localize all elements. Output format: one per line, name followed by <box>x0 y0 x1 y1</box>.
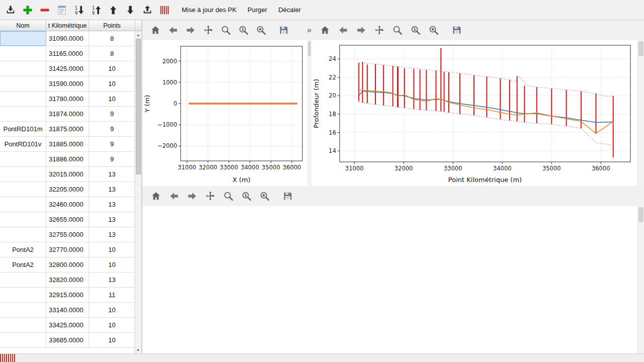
form-icon[interactable] <box>54 3 69 18</box>
cell-points[interactable]: 9 <box>89 122 135 136</box>
scroll-up-icon[interactable]: ▲ <box>135 31 142 38</box>
cell-nom[interactable] <box>0 288 46 302</box>
cell-point-kilometrique[interactable]: 33685.0000 <box>46 333 89 347</box>
forward-icon[interactable] <box>185 24 197 37</box>
cell-points[interactable]: 10 <box>89 61 135 76</box>
cell-points[interactable]: 9 <box>89 137 135 151</box>
cell-points[interactable]: 8 <box>89 31 135 46</box>
pan-icon[interactable] <box>373 24 386 37</box>
cell-point-kilometrique[interactable]: 32915.0000 <box>46 288 89 302</box>
table-row[interactable]: 32755.000013 <box>0 227 141 242</box>
pan-icon[interactable] <box>204 190 217 203</box>
cell-points[interactable]: 9 <box>89 107 135 121</box>
zoom-1-icon[interactable] <box>237 24 250 37</box>
cell-point-kilometrique[interactable]: 33140.0000 <box>46 303 89 317</box>
table-row[interactable]: 31425.000010 <box>0 61 141 76</box>
zoom-rect-icon[interactable] <box>255 24 267 37</box>
zoom-icon[interactable] <box>222 190 235 203</box>
cell-point-kilometrique[interactable]: 33425.0000 <box>46 318 89 332</box>
cell-points[interactable]: 9 <box>89 152 135 166</box>
table-row[interactable]: 31780.000010 <box>0 92 141 107</box>
cell-points[interactable]: 13 <box>89 227 135 242</box>
zoom-icon[interactable] <box>391 24 404 37</box>
cell-point-kilometrique[interactable]: 32655.0000 <box>46 212 89 227</box>
table-row[interactable]: 32915.000011 <box>0 288 141 303</box>
cell-nom[interactable] <box>0 107 46 121</box>
table-row[interactable]: 31590.000010 <box>0 76 141 92</box>
plan-view-chart[interactable]: 310003200033000340003500036000−2000−1000… <box>142 40 307 186</box>
cell-points[interactable]: 10 <box>89 257 135 272</box>
plot1-scrollbar-thumb[interactable] <box>308 41 311 56</box>
cell-nom[interactable] <box>0 227 46 242</box>
table-row[interactable]: 32460.000013 <box>0 197 141 212</box>
home-icon[interactable] <box>149 24 162 37</box>
home-icon[interactable] <box>149 190 163 203</box>
save-icon[interactable] <box>281 190 294 203</box>
cell-points[interactable]: 10 <box>89 92 135 106</box>
plot3-scrollbar-thumb[interactable] <box>638 207 643 222</box>
cell-point-kilometrique[interactable]: 31780.0000 <box>46 92 89 106</box>
cell-nom[interactable] <box>0 318 46 332</box>
add-icon[interactable] <box>20 3 35 18</box>
cell-points[interactable]: 13 <box>89 182 135 197</box>
cell-nom[interactable] <box>0 212 46 227</box>
cell-point-kilometrique[interactable]: 31090.0000 <box>46 31 89 46</box>
cell-points[interactable]: 13 <box>89 167 135 182</box>
column-header-points[interactable]: Points <box>89 20 135 31</box>
table-row[interactable]: 31874.00009 <box>0 107 141 122</box>
table-row[interactable]: 33425.000010 <box>0 318 141 333</box>
cell-nom[interactable]: PontRD101m <box>0 122 46 136</box>
table-row[interactable]: PontA232800.000010 <box>0 257 141 273</box>
cell-nom[interactable] <box>0 303 46 317</box>
cell-nom[interactable] <box>0 273 46 287</box>
move-up-icon[interactable] <box>106 3 121 18</box>
move-down-icon[interactable] <box>123 3 138 18</box>
cell-points[interactable]: 11 <box>89 288 135 302</box>
action-button-decaler[interactable]: Décaler <box>273 4 306 16</box>
cell-point-kilometrique[interactable]: 32015.0000 <box>46 167 89 182</box>
cell-nom[interactable]: PontRD101v <box>0 137 46 151</box>
export-icon[interactable] <box>140 3 155 18</box>
cell-points[interactable]: 10 <box>89 333 135 347</box>
back-icon[interactable] <box>168 190 181 203</box>
sort-desc-icon[interactable] <box>71 3 87 18</box>
zoom-1-icon[interactable] <box>240 190 253 203</box>
save-icon[interactable] <box>277 24 290 37</box>
cell-points[interactable]: 13 <box>89 273 135 287</box>
plot3-scrollbar[interactable] <box>637 206 644 353</box>
table-row[interactable]: 31090.00008 <box>0 31 141 46</box>
home-icon[interactable] <box>318 24 332 37</box>
scroll-down-icon[interactable]: ▼ <box>135 346 142 353</box>
cell-point-kilometrique[interactable]: 31875.0000 <box>46 122 89 136</box>
sort-asc-icon[interactable] <box>89 3 104 18</box>
cell-nom[interactable] <box>0 61 46 76</box>
column-header-nom[interactable]: Nom <box>0 20 46 31</box>
cell-point-kilometrique[interactable]: 32770.0000 <box>46 242 89 257</box>
cell-nom[interactable] <box>0 152 46 166</box>
cell-points[interactable]: 10 <box>89 318 135 332</box>
plot2-scrollbar-thumb[interactable] <box>638 41 643 56</box>
cell-nom[interactable] <box>0 197 46 212</box>
action-button-maj-pk[interactable]: Mise à jour des PK <box>176 4 242 16</box>
table-row[interactable]: 33685.000010 <box>0 333 141 348</box>
toolbar-overflow-chevron[interactable]: » <box>307 26 311 35</box>
cell-point-kilometrique[interactable]: 32800.0000 <box>46 257 89 272</box>
cell-nom[interactable]: PontA2 <box>0 257 46 272</box>
forward-icon[interactable] <box>355 24 368 37</box>
profile-chart[interactable]: 3100032000330003400035000360001416182022… <box>311 40 637 186</box>
import-icon[interactable] <box>3 3 18 18</box>
cell-nom[interactable] <box>0 76 46 91</box>
table-scrollbar[interactable]: ▲ ▼ <box>134 31 141 353</box>
cell-point-kilometrique[interactable]: 31886.0000 <box>46 152 89 166</box>
save-icon[interactable] <box>450 24 463 37</box>
table-row[interactable]: 32015.000013 <box>0 167 141 182</box>
cell-point-kilometrique[interactable]: 32205.0000 <box>46 182 89 197</box>
stripes-icon[interactable] <box>157 3 172 18</box>
scrollbar-thumb[interactable] <box>136 39 141 174</box>
back-icon[interactable] <box>337 24 350 37</box>
zoom-icon[interactable] <box>220 24 232 37</box>
cell-point-kilometrique[interactable]: 32460.0000 <box>46 197 89 212</box>
cell-nom[interactable] <box>0 46 46 61</box>
cell-points[interactable]: 13 <box>89 212 135 227</box>
cell-point-kilometrique[interactable]: 31874.0000 <box>46 107 89 121</box>
